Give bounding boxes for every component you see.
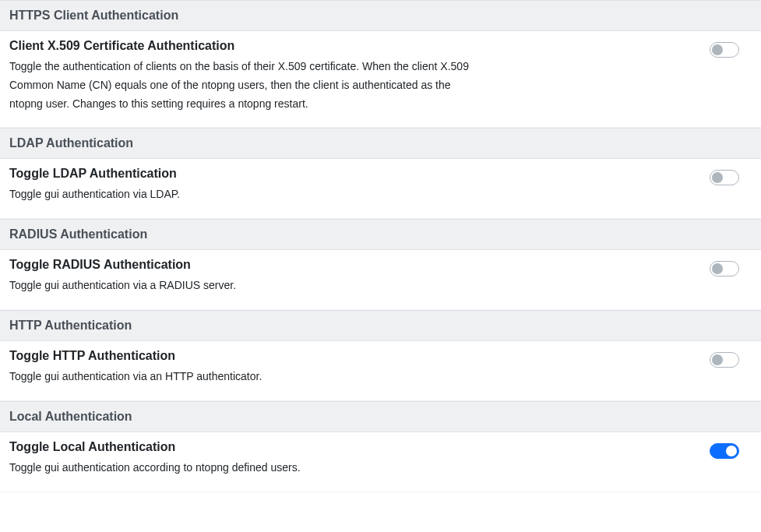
- section-header-title: RADIUS Authentication: [9, 227, 752, 241]
- item-title-local: Toggle Local Authentication: [9, 440, 477, 454]
- section-header-https: HTTPS Client Authentication: [0, 0, 761, 31]
- section-body-ldap: Toggle LDAP Authentication Toggle gui au…: [0, 159, 761, 219]
- section-header-http: HTTP Authentication: [0, 310, 761, 341]
- toggle-wrap: [710, 258, 752, 277]
- toggle-local-auth[interactable]: [710, 443, 739, 459]
- toggle-radius-auth[interactable]: [710, 261, 739, 277]
- section-content: Client X.509 Certificate Authentication …: [9, 39, 477, 113]
- item-desc-ldap: Toggle gui authentication via LDAP.: [9, 185, 477, 204]
- section-header-title: HTTP Authentication: [9, 319, 752, 333]
- section-content: Toggle Local Authentication Toggle gui a…: [9, 440, 477, 477]
- item-desc-local: Toggle gui authentication according to n…: [9, 459, 477, 477]
- section-header-radius: RADIUS Authentication: [0, 219, 761, 250]
- section-header-title: Local Authentication: [9, 410, 752, 424]
- item-title-ldap: Toggle LDAP Authentication: [9, 167, 477, 181]
- toggle-http-auth[interactable]: [710, 352, 739, 368]
- section-body-radius: Toggle RADIUS Authentication Toggle gui …: [0, 250, 761, 310]
- toggle-wrap: [710, 440, 752, 459]
- toggle-ldap-auth[interactable]: [710, 170, 739, 185]
- item-desc-x509: Toggle the authentication of clients on …: [9, 58, 477, 113]
- section-body-https: Client X.509 Certificate Authentication …: [0, 31, 761, 128]
- section-body-http: Toggle HTTP Authentication Toggle gui au…: [0, 341, 761, 401]
- toggle-wrap: [710, 349, 752, 368]
- item-title-radius: Toggle RADIUS Authentication: [9, 258, 477, 272]
- section-header-title: HTTPS Client Authentication: [9, 9, 752, 23]
- item-title-x509: Client X.509 Certificate Authentication: [9, 39, 477, 53]
- item-title-http: Toggle HTTP Authentication: [9, 349, 477, 363]
- section-header-ldap: LDAP Authentication: [0, 128, 761, 159]
- section-body-local: Toggle Local Authentication Toggle gui a…: [0, 432, 761, 492]
- section-content: Toggle LDAP Authentication Toggle gui au…: [9, 167, 477, 204]
- section-content: Toggle HTTP Authentication Toggle gui au…: [9, 349, 477, 386]
- toggle-wrap: [710, 39, 752, 58]
- item-desc-http: Toggle gui authentication via an HTTP au…: [9, 368, 477, 386]
- toggle-wrap: [710, 167, 752, 185]
- toggle-x509-auth[interactable]: [710, 42, 739, 58]
- item-desc-radius: Toggle gui authentication via a RADIUS s…: [9, 277, 477, 295]
- section-header-local: Local Authentication: [0, 401, 761, 432]
- section-content: Toggle RADIUS Authentication Toggle gui …: [9, 258, 477, 295]
- section-header-title: LDAP Authentication: [9, 136, 752, 150]
